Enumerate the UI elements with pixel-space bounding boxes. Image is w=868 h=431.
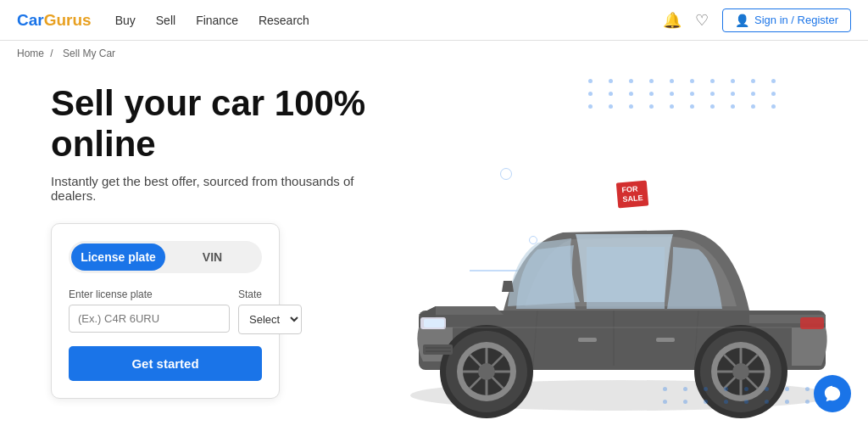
nav-research[interactable]: Research xyxy=(259,14,309,27)
state-select[interactable]: Select ALAKAZAR CACOCTDE FLGAHIID ILINIA… xyxy=(238,305,302,334)
breadcrumb: Home / Sell My Car xyxy=(0,41,868,66)
license-plate-group: Enter license plate xyxy=(69,288,230,334)
svg-rect-6 xyxy=(656,338,675,342)
logo[interactable]: CarGurus xyxy=(17,11,92,30)
main-content: Sell your car 100% online Instantly get … xyxy=(0,66,868,429)
form-card: License plate VIN Enter license plate St… xyxy=(51,223,280,399)
nav-right: 🔔 ♡ 👤 Sign in / Register xyxy=(663,8,851,32)
svg-rect-26 xyxy=(424,319,444,327)
bell-icon[interactable]: 🔔 xyxy=(663,11,682,30)
nav-buy[interactable]: Buy xyxy=(115,14,136,27)
page-subheadline: Instantly get the best offer, sourced fr… xyxy=(51,174,390,203)
user-icon: 👤 xyxy=(735,14,749,27)
chat-button[interactable] xyxy=(814,375,851,412)
left-panel: Sell your car 100% online Instantly get … xyxy=(51,83,390,412)
svg-point-24 xyxy=(732,363,749,380)
breadcrumb-current: Sell My Car xyxy=(63,48,115,59)
nav-sell[interactable]: Sell xyxy=(156,14,175,27)
svg-rect-5 xyxy=(578,338,597,342)
svg-rect-28 xyxy=(423,344,453,355)
svg-rect-27 xyxy=(800,317,824,329)
license-plate-input[interactable] xyxy=(69,305,230,333)
navbar: CarGurus Buy Sell Finance Research 🔔 ♡ 👤… xyxy=(0,0,868,41)
nav-finance[interactable]: Finance xyxy=(196,14,238,27)
car-image: FORSALE xyxy=(368,107,868,429)
tab-vin[interactable]: VIN xyxy=(165,243,259,271)
for-sale-sign: FORSALE xyxy=(616,180,648,208)
state-label: State xyxy=(238,288,302,300)
page-headline: Sell your car 100% online xyxy=(51,83,390,165)
tab-toggle: License plate VIN xyxy=(69,241,262,273)
state-group: State Select ALAKAZAR CACOCTDE FLGAHIID … xyxy=(238,288,302,334)
breadcrumb-separator: / xyxy=(50,48,53,59)
svg-point-15 xyxy=(478,363,495,380)
heart-icon[interactable]: ♡ xyxy=(695,11,709,30)
license-plate-label: Enter license plate xyxy=(69,288,230,300)
breadcrumb-home[interactable]: Home xyxy=(17,48,44,59)
tab-license-plate[interactable]: License plate xyxy=(71,243,165,271)
get-started-button[interactable]: Get started xyxy=(69,346,262,381)
form-inputs-row: Enter license plate State Select ALAKAZA… xyxy=(69,288,262,334)
nav-links: Buy Sell Finance Research xyxy=(115,14,309,27)
sign-in-button[interactable]: 👤 Sign in / Register xyxy=(722,8,851,32)
